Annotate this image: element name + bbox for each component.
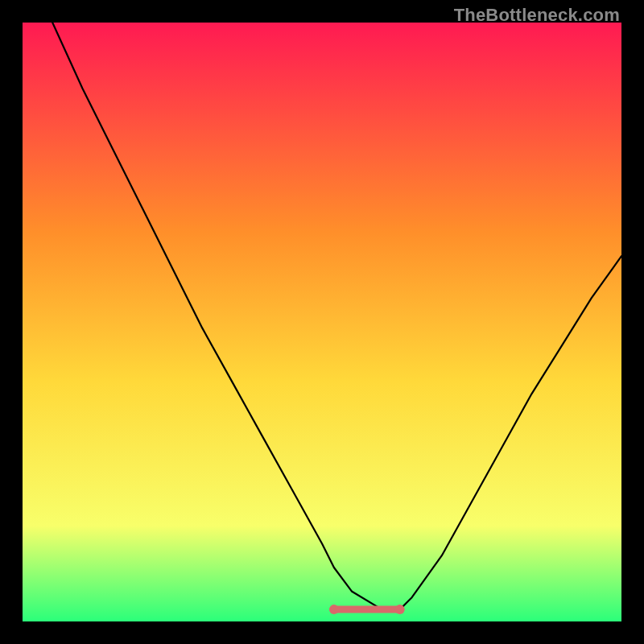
watermark-text: TheBottleneck.com: [454, 5, 620, 26]
bottleneck-chart: [23, 23, 621, 621]
gradient-background: [23, 23, 621, 621]
flat-segment-end-dot: [395, 605, 405, 614]
flat-segment-start-dot: [329, 605, 339, 614]
chart-frame: [23, 23, 621, 621]
